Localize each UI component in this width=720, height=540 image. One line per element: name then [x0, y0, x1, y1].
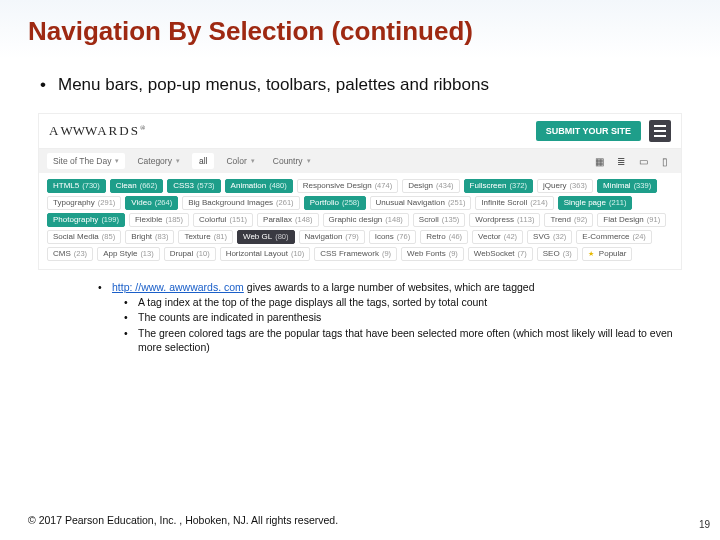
tag-count: (3) [563, 250, 572, 258]
tag-count: (148) [295, 216, 313, 224]
tag-item[interactable]: Web GL(80) [237, 230, 295, 244]
tag-item[interactable]: Texture(81) [178, 230, 233, 244]
tag-label: Web Fonts [407, 250, 446, 258]
tag-item[interactable]: Bright(83) [125, 230, 174, 244]
tag-item[interactable]: Portfolio(258) [304, 196, 366, 210]
tag-label: Design [408, 182, 433, 190]
tag-count: (480) [269, 182, 287, 190]
tag-item[interactable]: Web Fonts(9) [401, 247, 464, 261]
tag-item[interactable]: SEO(3) [537, 247, 578, 261]
tag-label: Navigation [305, 233, 343, 241]
tag-item[interactable]: Big Background Images(261) [182, 196, 299, 210]
tag-label: Retro [426, 233, 446, 241]
tag-item[interactable]: Single page(211) [558, 196, 633, 210]
tag-count: (79) [345, 233, 358, 241]
tag-count: (151) [230, 216, 248, 224]
tag-item[interactable]: HTML5(730) [47, 179, 106, 193]
tag-item[interactable]: jQuery(363) [537, 179, 593, 193]
tag-item[interactable]: Wordpress(113) [469, 213, 540, 227]
tag-count: (76) [397, 233, 410, 241]
tag-label: Photography [53, 216, 98, 224]
tag-item[interactable]: Graphic design(148) [323, 213, 409, 227]
tag-item[interactable]: CMS(23) [47, 247, 93, 261]
filter-category[interactable]: Category▾ [131, 153, 186, 169]
tag-label: Scroll [419, 216, 439, 224]
tag-count: (251) [448, 199, 466, 207]
tag-label: Minimal [603, 182, 631, 190]
tag-item[interactable]: Social Media(85) [47, 230, 121, 244]
tag-item[interactable]: Flexible(185) [129, 213, 189, 227]
tag-count: (10) [196, 250, 209, 258]
tag-item[interactable]: Colorful(151) [193, 213, 253, 227]
tag-label: CSS3 [173, 182, 194, 190]
awwwards-link[interactable]: http: //www. awwwards. com [112, 281, 244, 293]
tag-count: (113) [517, 216, 535, 224]
tag-item[interactable]: Design(434) [402, 179, 459, 193]
tag-label: SVG [533, 233, 550, 241]
tag-cloud: HTML5(730)Clean(662)CSS3(573)Animation(4… [39, 173, 681, 269]
tag-item[interactable]: Scroll(135) [413, 213, 466, 227]
tag-item[interactable]: Trend(92) [544, 213, 593, 227]
tag-item[interactable]: Photography(199) [47, 213, 125, 227]
tag-label: WebSocket [474, 250, 515, 258]
tag-item[interactable]: SVG(32) [527, 230, 572, 244]
tag-count: (199) [101, 216, 119, 224]
tag-item[interactable]: WebSocket(7) [468, 247, 533, 261]
tag-item[interactable]: App Style(13) [97, 247, 160, 261]
tag-count: (80) [275, 233, 288, 241]
tag-label: CSS Framework [320, 250, 379, 258]
submit-your-site-button[interactable]: SUBMIT YOUR SITE [536, 121, 641, 141]
tag-item[interactable]: Animation(480) [225, 179, 293, 193]
copyright-footer: © 2017 Pearson Education, Inc. , Hoboken… [28, 514, 338, 526]
tag-count: (46) [449, 233, 462, 241]
tag-item[interactable]: Minimal(339) [597, 179, 657, 193]
tag-count: (24) [632, 233, 645, 241]
tag-count: (662) [140, 182, 158, 190]
tag-label: Colorful [199, 216, 227, 224]
tag-label: Bright [131, 233, 152, 241]
tag-count: (81) [214, 233, 227, 241]
tag-label: Responsive Design [303, 182, 372, 190]
tag-item[interactable]: Fullscreen(372) [464, 179, 533, 193]
tag-item[interactable]: CSS Framework(9) [314, 247, 397, 261]
filter-country[interactable]: Country▾ [267, 153, 317, 169]
tag-item[interactable]: Unusual Navigation(251) [370, 196, 472, 210]
tag-item[interactable]: Navigation(79) [299, 230, 365, 244]
tag-count: (42) [504, 233, 517, 241]
tag-label: Video [131, 199, 151, 207]
tag-label: Animation [231, 182, 267, 190]
filter-all[interactable]: all [192, 153, 215, 169]
tag-item[interactable]: Parallax(148) [257, 213, 318, 227]
tag-count: (261) [276, 199, 294, 207]
tag-item[interactable]: Flat Design(91) [597, 213, 666, 227]
filter-site-of-the-day[interactable]: Site of The Day▾ [47, 153, 125, 169]
tag-item[interactable]: Video(264) [125, 196, 178, 210]
hamburger-menu-icon[interactable] [649, 120, 671, 142]
desktop-view-icon[interactable]: ▭ [635, 154, 651, 168]
filter-color[interactable]: Color▾ [220, 153, 260, 169]
tag-item[interactable]: CSS3(573) [167, 179, 220, 193]
tag-item[interactable]: Drupal(10) [164, 247, 216, 261]
tag-item[interactable]: Popular [582, 247, 633, 261]
grid-view-icon[interactable]: ▦ [591, 154, 607, 168]
tag-item[interactable]: Retro(46) [420, 230, 468, 244]
tag-count: (211) [609, 199, 627, 207]
tag-label: Drupal [170, 250, 194, 258]
tag-item[interactable]: Typography(291) [47, 196, 121, 210]
tag-item[interactable]: Vector(42) [472, 230, 523, 244]
tag-count: (13) [140, 250, 153, 258]
tag-item[interactable]: Horizontal Layout(10) [220, 247, 311, 261]
mobile-view-icon[interactable]: ▯ [657, 154, 673, 168]
tag-item[interactable]: Responsive Design(474) [297, 179, 398, 193]
tag-item[interactable]: Icons(76) [369, 230, 416, 244]
sub-bullet: • http: //www. awwwards. com gives award… [98, 280, 692, 294]
tag-item[interactable]: Infinite Scroll(214) [475, 196, 553, 210]
tag-label: CMS [53, 250, 71, 258]
tag-item[interactable]: E-Commerce(24) [576, 230, 651, 244]
list-view-icon[interactable]: ≣ [613, 154, 629, 168]
tag-count: (339) [634, 182, 652, 190]
sub-sub-bullet: •The green colored tags are the popular … [124, 326, 692, 354]
tag-label: Vector [478, 233, 501, 241]
tag-count: (135) [442, 216, 460, 224]
tag-item[interactable]: Clean(662) [110, 179, 163, 193]
